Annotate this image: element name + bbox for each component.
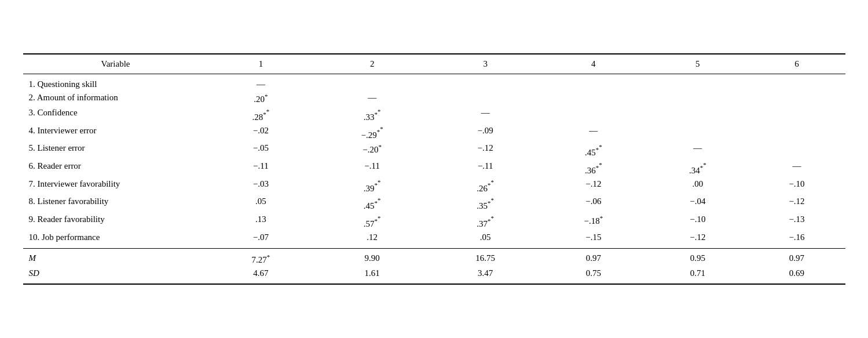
row-label: 7. Interviewer favorability (23, 177, 208, 195)
table-row: 5. Listener error−.05−.20*−.12.45**— (23, 141, 845, 159)
cell-value (647, 106, 748, 124)
cell-value: −.07 (208, 231, 314, 244)
table-row: 9. Reader favorability.13.57**.37**−.18*… (23, 213, 845, 231)
stats-value: 0.75 (540, 267, 647, 280)
cell-value: .13 (208, 213, 314, 231)
cell-value (431, 91, 540, 106)
cell-value: −.12 (647, 231, 748, 244)
table-row: 7. Interviewer favorability−.03.39**.26*… (23, 177, 845, 195)
cell-value: — (431, 106, 540, 124)
cell-value: −.11 (313, 159, 431, 177)
cell-value (647, 91, 748, 106)
stats-value: 9.90 (313, 249, 431, 267)
table-row: 8. Listener favorability.05.45**.35**−.0… (23, 195, 845, 213)
table-row: 10. Job performance−.07.12.05−.15−.12−.1… (23, 231, 845, 244)
cell-value (431, 78, 540, 91)
cell-value (748, 124, 845, 142)
cell-value: −.09 (431, 124, 540, 142)
stats-label: SD (23, 267, 208, 280)
header-row: Variable 1 2 3 4 5 6 (23, 54, 845, 74)
col-header-5: 5 (647, 54, 748, 74)
correlation-table: Variable 1 2 3 4 5 6 1. Questioning skil… (23, 53, 845, 285)
cell-value: −.11 (208, 159, 314, 177)
cell-value (540, 91, 647, 106)
cell-value: −.12 (540, 177, 647, 195)
cell-value: −.02 (208, 124, 314, 142)
cell-value: .26** (431, 177, 540, 195)
cell-value (540, 106, 647, 124)
table-body: 1. Questioning skill—2. Amount of inform… (23, 74, 845, 284)
cell-value: .12 (313, 231, 431, 244)
row-label: 8. Listener favorability (23, 195, 208, 213)
stats-row: M7.27*9.9016.750.970.950.97 (23, 249, 845, 267)
cell-value (313, 78, 431, 91)
cell-value: −.29** (313, 124, 431, 142)
row-label: 9. Reader favorability (23, 213, 208, 231)
cell-value: — (647, 141, 748, 159)
cell-value (748, 106, 845, 124)
cell-value: — (540, 124, 647, 142)
stats-value: 16.75 (431, 249, 540, 267)
cell-value (647, 124, 748, 142)
cell-value: .33** (313, 106, 431, 124)
cell-value (748, 141, 845, 159)
cell-value: −.06 (540, 195, 647, 213)
cell-value (540, 78, 647, 91)
row-label: 10. Job performance (23, 231, 208, 244)
cell-value: −.15 (540, 231, 647, 244)
col-header-1: 1 (208, 54, 314, 74)
cell-value: −.10 (647, 213, 748, 231)
col-header-variable: Variable (23, 54, 208, 74)
cell-value (748, 78, 845, 91)
cell-value: .37** (431, 213, 540, 231)
cell-value: −.12 (431, 141, 540, 159)
cell-value: −.03 (208, 177, 314, 195)
stats-value: 4.67 (208, 267, 314, 280)
cell-value: .34** (647, 159, 748, 177)
cell-value: −.20* (313, 141, 431, 159)
stats-value: 0.71 (647, 267, 748, 280)
table-row: 6. Reader error−.11−.11−.11.36**.34**— (23, 159, 845, 177)
stats-label: M (23, 249, 208, 267)
cell-value: −.05 (208, 141, 314, 159)
cell-value: .20* (208, 91, 314, 106)
row-label: 1. Questioning skill (23, 78, 208, 91)
cell-value: −.12 (748, 195, 845, 213)
row-label: 6. Reader error (23, 159, 208, 177)
cell-value: .00 (647, 177, 748, 195)
stats-value: 1.61 (313, 267, 431, 280)
stats-value: 0.97 (540, 249, 647, 267)
table-row: 2. Amount of information.20*— (23, 91, 845, 106)
cell-value: .28** (208, 106, 314, 124)
col-header-4: 4 (540, 54, 647, 74)
cell-value: .05 (208, 195, 314, 213)
cell-value: −.18* (540, 213, 647, 231)
stats-value: 0.95 (647, 249, 748, 267)
cell-value (647, 78, 748, 91)
cell-value: .45** (540, 141, 647, 159)
cell-value: — (208, 78, 314, 91)
cell-value: .45** (313, 195, 431, 213)
cell-value: −.11 (431, 159, 540, 177)
table-row: 4. Interviewer error−.02−.29**−.09— (23, 124, 845, 142)
cell-value: — (313, 91, 431, 106)
col-header-6: 6 (748, 54, 845, 74)
cell-value: −.16 (748, 231, 845, 244)
table-row: 1. Questioning skill— (23, 78, 845, 91)
cell-value: .57** (313, 213, 431, 231)
cell-value (748, 91, 845, 106)
stats-value: 3.47 (431, 267, 540, 280)
table-container: Variable 1 2 3 4 5 6 1. Questioning skil… (23, 53, 845, 285)
stats-value: 7.27* (208, 249, 314, 267)
stats-value: 0.69 (748, 267, 845, 280)
stats-row: SD4.671.613.470.750.710.69 (23, 267, 845, 280)
cell-value: .39** (313, 177, 431, 195)
col-header-2: 2 (313, 54, 431, 74)
row-label: 4. Interviewer error (23, 124, 208, 142)
cell-value: .05 (431, 231, 540, 244)
table-row: 3. Confidence.28**.33**— (23, 106, 845, 124)
cell-value: −.04 (647, 195, 748, 213)
col-header-3: 3 (431, 54, 540, 74)
stats-value: 0.97 (748, 249, 845, 267)
cell-value: .35** (431, 195, 540, 213)
